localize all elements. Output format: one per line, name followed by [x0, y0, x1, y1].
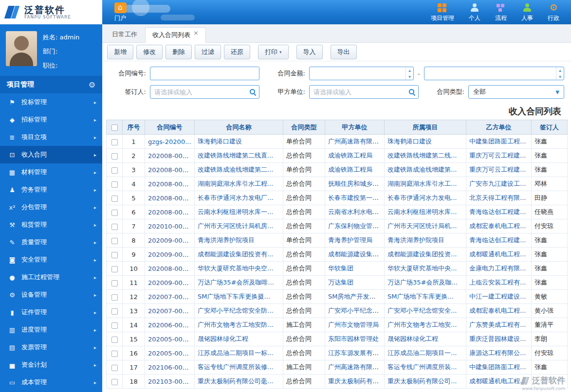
sidebar-item-progress[interactable]: ▥进度管理▸ — [0, 321, 102, 339]
sidebar-item-construction-process[interactable]: ●施工过程管理▸ — [0, 268, 102, 286]
cell-project-link[interactable]: 客运专线广州调度所装... — [387, 363, 457, 371]
cell-contract-name-link[interactable]: 长春市伊通河水力发电厂... — [198, 194, 273, 201]
cell-project-link[interactable]: 湖南洞庭湖水库引水工... — [387, 180, 457, 187]
close-icon[interactable]: × — [193, 29, 199, 36]
cell-project-link[interactable]: 成都能源建设集团投资... — [387, 250, 457, 258]
cell-party-a-link[interactable]: 成都能源建设集团... — [328, 250, 385, 258]
amount-min-stepper[interactable]: ▲ ▼ — [405, 67, 413, 80]
cell-contract-name-link[interactable]: 江苏成品油二期项目一标... — [198, 349, 273, 356]
cell-contract-name-link[interactable]: 改建铁路成渝线增建第二... — [198, 166, 273, 173]
sidebar-item-quality[interactable]: ✎质量管理▸ — [0, 233, 102, 251]
cell-party-b-link[interactable]: 北京天得工程有限... — [469, 194, 526, 201]
select-all-checkbox[interactable] — [111, 125, 118, 131]
row-checkbox[interactable] — [111, 181, 118, 188]
cell-party-a-link[interactable]: 广东保利物业管理... — [328, 222, 385, 230]
cell-party-a-link[interactable]: 青海养护管理局 — [328, 236, 372, 244]
signer-input[interactable] — [150, 85, 259, 99]
cell-party-a-link[interactable]: 抚顺住房和城乡建... — [328, 180, 385, 187]
row-checkbox[interactable] — [111, 280, 118, 286]
cell-contract-code-link[interactable]: 202103-00002 — [148, 378, 195, 385]
cell-party-a-link[interactable]: 广州高速路有限公司 — [328, 363, 385, 371]
cell-project-link[interactable]: 长春市伊通河水力发电... — [387, 194, 457, 201]
cell-contract-name-link[interactable]: 云南水利枢纽潜明水库一... — [198, 208, 273, 215]
sidebar-item-income-contract[interactable]: ⊡收入合同▸ — [0, 146, 102, 163]
cell-party-b-link[interactable]: 重庆泛普园林建设... — [469, 335, 526, 342]
export-button[interactable]: 导出 — [331, 45, 357, 59]
cell-party-a-link[interactable]: 广安邓小平纪念文... — [328, 307, 385, 314]
edit-button[interactable]: 修改 — [136, 45, 163, 59]
row-checkbox[interactable] — [111, 210, 118, 216]
cell-contract-name-link[interactable]: 广州市文物考古工地安防... — [198, 321, 273, 328]
top-nav-admin[interactable]: ⚙行政 — [548, 2, 559, 22]
cell-contract-name-link[interactable]: 青海洪湖养护院项目 — [198, 236, 255, 244]
row-checkbox[interactable] — [111, 266, 118, 272]
row-checkbox[interactable] — [111, 379, 118, 385]
sidebar-item-equipment[interactable]: ⚙设备管理▸ — [0, 286, 102, 303]
cell-project-link[interactable]: 广州市天河区统计局机... — [387, 222, 457, 230]
cell-contract-name-link[interactable]: 万达广场35#会所及咖啡... — [198, 279, 274, 286]
row-checkbox[interactable] — [111, 337, 118, 343]
cell-party-a-link[interactable]: 广州高速路有限公司 — [328, 138, 385, 145]
amount-min-input[interactable] — [309, 67, 414, 80]
row-checkbox[interactable] — [111, 351, 118, 357]
amount-max-input[interactable] — [424, 67, 564, 80]
cell-project-link[interactable]: 青海洪湖养护院项目 — [387, 236, 444, 244]
cell-contract-code-link[interactable]: 202008-00009 — [148, 166, 195, 174]
cell-contract-name-link[interactable]: 珠海鹤港口建设 — [198, 138, 242, 145]
cell-party-b-link[interactable]: 重庆万可云工程建... — [469, 166, 526, 173]
cell-project-link[interactable]: 广安邓小平纪念馆安全... — [387, 307, 457, 314]
cell-party-b-link[interactable]: 广东赞美成工程有... — [469, 321, 526, 328]
cell-contract-code-link[interactable]: 202008-00006 — [148, 209, 195, 216]
cell-contract-code-link[interactable]: 202008-00005 — [148, 265, 195, 272]
gear-icon[interactable]: ⚙ — [89, 80, 95, 89]
cell-contract-code-link[interactable]: 202009-00006 — [148, 237, 195, 244]
cell-party-b-link[interactable]: 金康电力工程有限... — [469, 265, 526, 272]
cell-party-a-link[interactable]: 东阳市园林管理处 — [328, 335, 379, 342]
sidebar-item-certificate[interactable]: ▮证件管理▸ — [0, 303, 102, 321]
row-checkbox[interactable] — [111, 322, 118, 329]
filter-button[interactable]: 过滤 — [195, 45, 221, 59]
cell-party-b-link[interactable]: 成都暖通机电工程... — [469, 250, 526, 258]
row-checkbox[interactable] — [111, 294, 118, 301]
print-button[interactable]: 打印▾ — [258, 45, 289, 59]
sidebar-item-safety[interactable]: ◙安全管理▸ — [0, 251, 102, 268]
row-checkbox[interactable] — [111, 238, 118, 244]
top-nav-project[interactable]: 项目管理 — [431, 2, 454, 22]
cell-party-b-link[interactable]: 成都宏泰机电工程... — [469, 222, 526, 230]
cell-contract-code-link[interactable]: 202007-00002 — [148, 307, 195, 315]
cell-contract-code-link[interactable]: gzgs-20200... — [148, 138, 191, 145]
cell-party-a-link[interactable]: 重庆太极制药有限... — [328, 377, 385, 385]
contract-no-input[interactable] — [150, 67, 259, 80]
stepper-up-icon[interactable]: ▲ — [406, 67, 413, 73]
cell-party-a-link[interactable]: 长春市建投第一水... — [328, 194, 385, 201]
top-nav-process[interactable]: 流程 — [495, 2, 507, 22]
sidebar-item-invoice[interactable]: ▤发票管理▸ — [0, 339, 102, 356]
import-button[interactable]: 导入 — [296, 45, 323, 59]
cell-party-a-link[interactable]: 江苏车源发展有限... — [328, 349, 385, 356]
cell-party-b-link[interactable]: 中江一建工程建设... — [469, 293, 526, 300]
cell-contract-code-link[interactable]: 202010-00007 — [148, 223, 195, 230]
cell-contract-code-link[interactable]: 202008-00007 — [148, 195, 195, 202]
amount-max-stepper[interactable]: ▲ ▼ — [556, 67, 564, 80]
cell-contract-name-link[interactable]: 成都能源建设集团投资有... — [198, 250, 273, 258]
cell-party-a-link[interactable]: 成渝铁路工程局 — [328, 152, 372, 159]
cell-contract-name-link[interactable]: 改建铁路线增建第二线直... — [198, 152, 273, 159]
cell-project-link[interactable]: 万达广场35#会所及咖... — [387, 279, 458, 286]
cell-project-link[interactable]: 江苏成品油二期项目一... — [387, 349, 457, 356]
portal-button[interactable]: ⌂ 门户 — [106, 0, 134, 24]
sidebar-item-initiation[interactable]: ≣项目立项▸ — [0, 128, 102, 146]
row-checkbox[interactable] — [111, 308, 118, 315]
cell-contract-name-link[interactable]: 湖南洞庭湖水库引水工程... — [198, 180, 273, 187]
cell-party-a-link[interactable]: SM房地产开发有... — [328, 293, 382, 300]
cell-party-b-link[interactable]: 成都宏泰机电工程... — [469, 307, 526, 314]
cell-party-b-link[interactable]: 上临云安装工程有... — [469, 279, 526, 286]
search-icon[interactable] — [408, 89, 415, 95]
cell-project-link[interactable]: 晟铭园林绿化工程 — [387, 335, 438, 342]
row-checkbox[interactable] — [111, 365, 118, 371]
sidebar-item-cost[interactable]: ▭成本管理▸ — [0, 374, 102, 391]
stepper-up-icon[interactable]: ▲ — [556, 67, 564, 73]
cell-contract-name-link[interactable]: 广安邓小平纪念馆安全防... — [198, 307, 273, 314]
cell-party-a-link[interactable]: 广州市文物管理局 — [328, 321, 379, 328]
stepper-down-icon[interactable]: ▼ — [406, 73, 413, 80]
tab-income-contract-list[interactable]: 收入合同列表× — [145, 27, 206, 43]
